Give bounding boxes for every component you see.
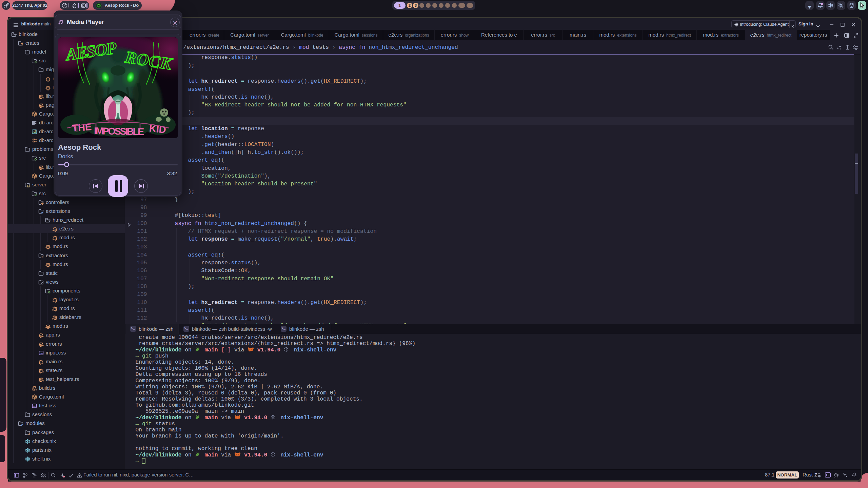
svg-text:css: css <box>33 405 37 407</box>
svg-text:IMPOSSIBLE: IMPOSSIBLE <box>94 125 144 137</box>
svg-text:THE: THE <box>72 121 92 134</box>
svg-text:css: css <box>40 352 43 354</box>
svg-text:Z: Z <box>814 472 817 477</box>
